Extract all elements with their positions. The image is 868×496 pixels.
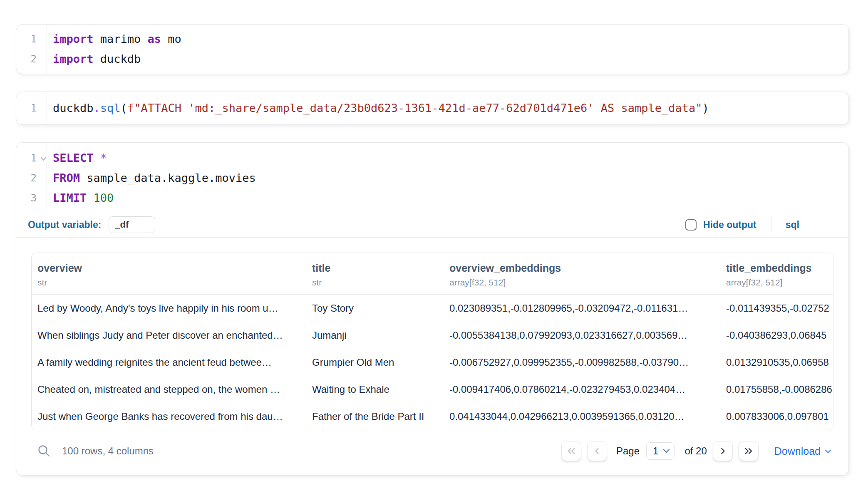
- table-row: When siblings Judy and Peter discover an…: [32, 322, 833, 349]
- table-cell: Waiting to Exhale: [306, 384, 444, 395]
- output-variable-input[interactable]: [109, 216, 155, 233]
- code-token: sql: [100, 102, 121, 114]
- code-editor[interactable]: SELECT * FROM sample_data.kaggle.movies …: [47, 143, 848, 212]
- code-line[interactable]: duckdb.sql(f"ATTACH 'md:_share/sample_da…: [53, 98, 848, 118]
- download-label: Download: [774, 445, 821, 457]
- code-token: LIMIT: [53, 191, 87, 204]
- chevrons-left-icon: [567, 447, 576, 455]
- table-cell: 0.01755858,-0.0086286: [720, 384, 833, 395]
- row-count-status: 100 rows, 4 columns: [62, 445, 154, 457]
- search-icon[interactable]: [37, 444, 51, 458]
- code-token: import: [53, 52, 94, 65]
- code-token: .: [94, 102, 100, 114]
- code-cell-attach: 1 duckdb.sql(f"ATTACH 'md:_share/sample_…: [16, 92, 849, 125]
- table-cell: -0.009417406,0.07860214,-0.023279453,0.0…: [444, 384, 720, 395]
- fold-toggle-icon[interactable]: [41, 155, 46, 161]
- code-token: *: [94, 151, 107, 164]
- code-line[interactable]: import duckdb: [53, 49, 848, 69]
- language-badge[interactable]: sql: [786, 219, 799, 231]
- line-number: 1: [16, 29, 47, 49]
- last-page-button[interactable]: [739, 441, 759, 461]
- table-cell: Toy Story: [306, 303, 444, 314]
- code-line[interactable]: import marimo as mo: [53, 29, 848, 49]
- notebook-page: 1 2 import marimo as mo import duckdb 1 …: [0, 0, 868, 476]
- table-cell: Just when George Banks has recovered fro…: [32, 411, 306, 422]
- code-token: duckdb: [94, 52, 141, 65]
- table-cell: 0.0132910535,0.06958: [720, 357, 833, 368]
- code-token: FROM: [53, 171, 80, 184]
- table-row: A family wedding reignites the ancient f…: [32, 349, 833, 376]
- table-cell: A family wedding reignites the ancient f…: [32, 357, 306, 368]
- table-row: Just when George Banks has recovered fro…: [32, 403, 833, 430]
- first-page-button[interactable]: [561, 441, 581, 461]
- code-token: as: [148, 32, 161, 45]
- table-cell: Father of the Bride Part II: [306, 411, 444, 422]
- chevron-down-icon: [663, 446, 670, 453]
- prev-page-button[interactable]: [587, 441, 607, 461]
- hide-output-checkbox[interactable]: [685, 219, 697, 231]
- table-cell: Led by Woody, Andy's toys live happily i…: [32, 303, 306, 314]
- hide-output-label[interactable]: Hide output: [703, 219, 756, 231]
- chevron-left-icon: [593, 447, 601, 455]
- table-cell: 0.041433044,0.042966213,0.0039591365,0.0…: [444, 411, 720, 422]
- code-token: mo: [161, 32, 181, 45]
- code-token: import: [53, 32, 94, 45]
- code-token: 100: [87, 191, 114, 204]
- page-select-value: 1: [653, 445, 658, 457]
- table-cell: Jumanji: [306, 330, 444, 341]
- table-cell: 0.007833006,0.097801: [720, 411, 833, 422]
- chevrons-right-icon: [744, 447, 753, 455]
- line-number: 2: [16, 49, 47, 69]
- code-cell-imports: 1 2 import marimo as mo import duckdb: [16, 24, 849, 74]
- line-number: 1: [16, 148, 47, 168]
- code-line[interactable]: LIMIT 100: [53, 188, 848, 208]
- code-editor[interactable]: import marimo as mo import duckdb: [47, 25, 848, 74]
- data-table: overview str title str overview_embeddin…: [31, 253, 833, 430]
- sql-cell: 1 2 3 SELECT * FROM sample_data.kaggle.m…: [16, 142, 849, 476]
- line-number-gutter: 1: [16, 92, 47, 124]
- table-cell: -0.011439355,-0.02752: [720, 303, 833, 314]
- divider: [771, 216, 771, 233]
- code-token: (: [121, 102, 127, 114]
- code-token: sample_data.kaggle.movies: [80, 171, 256, 184]
- table-footer: 100 rows, 4 columns Page: [31, 430, 833, 475]
- column-header-overview[interactable]: overview str: [32, 262, 306, 288]
- table-cell: -0.006752927,0.099952355,-0.009982588,-0…: [444, 357, 720, 368]
- table-cell: Cheated on, mistreated and stepped on, t…: [32, 384, 306, 395]
- table-cell: -0.040386293,0.06845: [720, 330, 833, 341]
- code-line[interactable]: FROM sample_data.kaggle.movies: [53, 168, 848, 188]
- code-token: SELECT: [53, 151, 94, 164]
- page-total: of 20: [684, 445, 707, 457]
- table-cell: Grumpier Old Men: [306, 357, 444, 368]
- table-row: Cheated on, mistreated and stepped on, t…: [32, 376, 833, 403]
- table-header-row: overview str title str overview_embeddin…: [32, 253, 833, 295]
- output-variable-label: Output variable:: [28, 219, 101, 231]
- code-line[interactable]: SELECT *: [53, 148, 848, 168]
- line-number: 3: [16, 188, 47, 208]
- table-cell: 0.023089351,-0.012809965,-0.03209472,-0.…: [444, 303, 720, 314]
- code-token: f: [127, 102, 134, 114]
- column-header-title-embeddings[interactable]: title_embeddings array[f32, 512]: [720, 262, 833, 288]
- code-token: "ATTACH 'md:_share/sample_data/23b0d623-…: [134, 102, 702, 114]
- table-row: Led by Woody, Andy's toys live happily i…: [32, 295, 833, 322]
- table-cell: -0.0055384138,0.07992093,0.023316627,0.0…: [444, 330, 720, 341]
- chevron-down-icon: [825, 447, 831, 453]
- code-token: marimo: [94, 32, 148, 45]
- column-header-title[interactable]: title str: [306, 262, 444, 288]
- line-number: 1: [16, 98, 47, 118]
- page-select[interactable]: 1: [646, 442, 675, 460]
- pagination: Page 1 of 20: [561, 441, 830, 461]
- line-number-gutter: 1 2: [16, 25, 47, 74]
- line-number: 2: [16, 168, 47, 188]
- cell-output: overview str title str overview_embeddin…: [16, 238, 848, 475]
- table-cell: When siblings Judy and Peter discover an…: [32, 330, 306, 341]
- page-label: Page: [616, 445, 640, 457]
- code-token: duckdb: [53, 102, 94, 114]
- line-number-gutter: 1 2 3: [16, 143, 47, 212]
- code-token: ): [702, 102, 709, 114]
- column-header-overview-embeddings[interactable]: overview_embeddings array[f32, 512]: [444, 262, 720, 288]
- cell-meta-bar: Output variable: Hide output sql: [16, 212, 848, 238]
- next-page-button[interactable]: [713, 441, 733, 461]
- code-editor[interactable]: duckdb.sql(f"ATTACH 'md:_share/sample_da…: [47, 92, 848, 124]
- download-button[interactable]: Download: [774, 445, 830, 457]
